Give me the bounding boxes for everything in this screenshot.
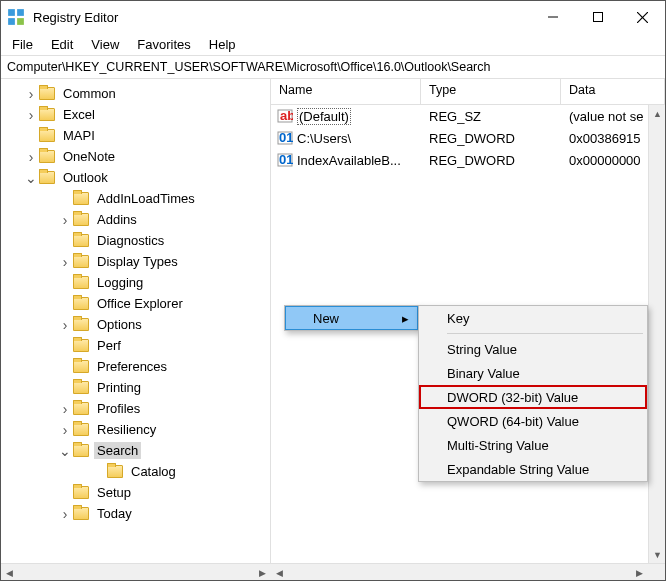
tree-item[interactable]: ›Options <box>1 314 270 335</box>
window-title: Registry Editor <box>33 10 530 25</box>
tree-item[interactable]: Office Explorer <box>1 293 270 314</box>
folder-icon <box>73 423 89 436</box>
tree-item[interactable]: Catalog <box>1 461 270 482</box>
expand-icon[interactable]: › <box>23 150 39 164</box>
folder-icon <box>39 129 55 142</box>
svg-text:ab: ab <box>280 108 293 123</box>
svg-rect-5 <box>593 13 602 22</box>
list-header: Name Type Data <box>271 79 665 105</box>
folder-icon <box>73 339 89 352</box>
expand-icon[interactable]: › <box>57 402 73 416</box>
folder-icon <box>73 192 89 205</box>
folder-icon <box>73 444 89 457</box>
scroll-left-icon[interactable]: ◀ <box>1 564 18 580</box>
dword-value-icon: 011 <box>277 152 293 168</box>
close-button[interactable] <box>620 1 665 33</box>
scrollbar-horizontal-tree[interactable]: ◀ ▶ <box>1 563 271 580</box>
folder-icon <box>73 297 89 310</box>
menu-item-expandstring[interactable]: Expandable String Value <box>419 457 647 481</box>
tree-item[interactable]: AddInLoadTimes <box>1 188 270 209</box>
expand-icon[interactable]: › <box>57 507 73 521</box>
folder-icon <box>73 486 89 499</box>
expand-icon[interactable]: › <box>57 423 73 437</box>
menu-view[interactable]: View <box>82 35 128 54</box>
folder-icon <box>73 507 89 520</box>
folder-icon <box>73 213 89 226</box>
tree-item[interactable]: ›Resiliency <box>1 419 270 440</box>
menu-file[interactable]: File <box>3 35 42 54</box>
menu-help[interactable]: Help <box>200 35 245 54</box>
col-header-data[interactable]: Data <box>561 79 665 104</box>
tree-item[interactable]: ›OneNote <box>1 146 270 167</box>
folder-icon <box>39 108 55 121</box>
list-row[interactable]: 011IndexAvailableB... REG_DWORD 0x000000… <box>271 149 665 171</box>
menu-item-key[interactable]: Key <box>419 306 647 330</box>
tree-item[interactable]: ›Common <box>1 83 270 104</box>
tree-item[interactable]: ›Display Types <box>1 251 270 272</box>
scroll-right-icon[interactable]: ▶ <box>254 564 271 580</box>
tree-item[interactable]: ›Addins <box>1 209 270 230</box>
tree-item[interactable]: ›Today <box>1 503 270 524</box>
folder-icon <box>39 150 55 163</box>
folder-icon <box>73 255 89 268</box>
list-row[interactable]: 011C:\Users\ REG_DWORD 0x00386915 <box>271 127 665 149</box>
chevron-right-icon: ▸ <box>402 311 409 326</box>
svg-rect-1 <box>17 9 24 16</box>
tree-item[interactable]: Preferences <box>1 356 270 377</box>
menu-item-dword-highlighted[interactable]: DWORD (32-bit) Value <box>419 385 647 409</box>
collapse-icon[interactable]: ⌄ <box>57 444 73 458</box>
menu-item-string[interactable]: String Value <box>419 337 647 361</box>
folder-icon <box>73 234 89 247</box>
context-menu: New ▸ <box>284 305 419 331</box>
tree-item[interactable]: MAPI <box>1 125 270 146</box>
expand-icon[interactable]: › <box>57 213 73 227</box>
svg-text:011: 011 <box>279 130 293 145</box>
tree-item[interactable]: Diagnostics <box>1 230 270 251</box>
string-value-icon: ab <box>277 108 293 124</box>
scroll-down-icon[interactable]: ▼ <box>649 546 665 563</box>
tree-item[interactable]: Setup <box>1 482 270 503</box>
folder-icon <box>73 381 89 394</box>
address-bar[interactable]: Computer\HKEY_CURRENT_USER\SOFTWARE\Micr… <box>1 55 665 79</box>
registry-editor-icon <box>7 8 25 26</box>
scroll-left-icon[interactable]: ◀ <box>271 564 288 580</box>
tree-view[interactable]: ›Common ›Excel MAPI ›OneNote ⌄Outlook Ad… <box>1 79 271 580</box>
content-area: ›Common ›Excel MAPI ›OneNote ⌄Outlook Ad… <box>1 79 665 580</box>
scrollbar-vertical[interactable]: ▲ ▼ <box>648 105 665 563</box>
list-row[interactable]: ab(Default) REG_SZ (value not se <box>271 105 665 127</box>
tree-item-selected[interactable]: ⌄Search <box>1 440 270 461</box>
minimize-button[interactable] <box>530 1 575 33</box>
scroll-right-icon[interactable]: ▶ <box>631 564 648 580</box>
tree-item[interactable]: Printing <box>1 377 270 398</box>
expand-icon[interactable]: › <box>57 255 73 269</box>
folder-icon <box>73 276 89 289</box>
col-header-type[interactable]: Type <box>421 79 561 104</box>
expand-icon[interactable]: › <box>23 87 39 101</box>
expand-icon[interactable]: › <box>23 108 39 122</box>
tree-item[interactable]: ⌄Outlook <box>1 167 270 188</box>
scrollbar-horizontal-list[interactable]: ◀ ▶ <box>271 563 665 580</box>
folder-icon <box>73 360 89 373</box>
context-menu-new[interactable]: New ▸ <box>285 306 418 330</box>
menu-item-binary[interactable]: Binary Value <box>419 361 647 385</box>
menu-item-multistring[interactable]: Multi-String Value <box>419 433 647 457</box>
scroll-up-icon[interactable]: ▲ <box>649 105 665 122</box>
folder-icon <box>73 318 89 331</box>
folder-icon <box>39 87 55 100</box>
maximize-button[interactable] <box>575 1 620 33</box>
menu-edit[interactable]: Edit <box>42 35 82 54</box>
col-header-name[interactable]: Name <box>271 79 421 104</box>
menu-item-qword[interactable]: QWORD (64-bit) Value <box>419 409 647 433</box>
tree-item[interactable]: ›Profiles <box>1 398 270 419</box>
tree-item[interactable]: Perf <box>1 335 270 356</box>
folder-icon <box>73 402 89 415</box>
collapse-icon[interactable]: ⌄ <box>23 171 39 185</box>
menu-separator <box>447 333 643 334</box>
expand-icon[interactable]: › <box>57 318 73 332</box>
menu-favorites[interactable]: Favorites <box>128 35 199 54</box>
tree-item[interactable]: ›Excel <box>1 104 270 125</box>
context-submenu-new: Key String Value Binary Value DWORD (32-… <box>418 305 648 482</box>
svg-text:011: 011 <box>279 152 293 167</box>
tree-item[interactable]: Logging <box>1 272 270 293</box>
window-controls <box>530 1 665 33</box>
